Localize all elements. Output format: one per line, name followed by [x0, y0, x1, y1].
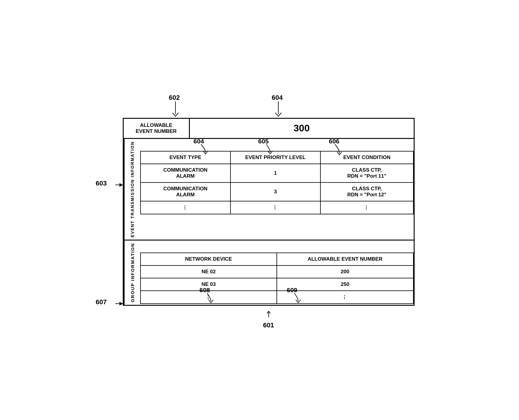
cell-condition-1: CLASS CTP, RDN = "Port 11"	[320, 164, 413, 182]
cell-allowable-num-dots: ⋮	[277, 291, 413, 304]
ref-601-area: 601	[123, 311, 415, 329]
cell-priority-2: 3	[230, 182, 320, 201]
group-information-section: GROUP INFORMATION NETWORK DEVICE ALLOWAB…	[124, 241, 414, 305]
ref-601-text: 601	[260, 321, 278, 329]
cell-event-type-dots: ⋮	[141, 201, 230, 214]
cell-event-type-1: COMMUNICATION ALARM	[141, 164, 230, 182]
cell-network-device-dots: ⋮	[141, 291, 277, 304]
diagram-wrapper: 602 604 603 604 605 606 607 608 609	[94, 91, 425, 329]
table-row: COMMUNICATION ALARM 3 CLASS CTP, RDN = "…	[141, 182, 413, 201]
event-transmission-table: EVENT TYPE EVENT PRIORITY LEVEL EVENT CO…	[140, 151, 414, 214]
group-info-header-row: NETWORK DEVICE ALLOWABLE EVENT NUMBER	[141, 253, 413, 265]
group-information-inner: NETWORK DEVICE ALLOWABLE EVENT NUMBER NE…	[140, 241, 414, 305]
table-row: ⋮ ⋮	[141, 291, 413, 304]
col-allowable-event-number: ALLOWABLE EVENT NUMBER	[277, 253, 413, 265]
subref-spacer-1	[140, 139, 414, 151]
col-event-type: EVENT TYPE	[141, 151, 230, 164]
table-row: ⋮ ⋮ ⋮	[141, 201, 413, 214]
cell-priority-dots: ⋮	[230, 201, 320, 214]
allowable-event-number-label: ALLOWABLE EVENT NUMBER	[124, 119, 190, 138]
col-network-device: NETWORK DEVICE	[141, 253, 277, 265]
ref-602-label: 602	[169, 94, 180, 101]
ref-601-arrow-svg	[260, 311, 278, 320]
event-transmission-label: EVENT TRANSMISSION INFORMATION	[124, 139, 140, 240]
main-table: ALLOWABLE EVENT NUMBER 300 EVENT TRANSMI…	[123, 118, 415, 306]
cell-ne02: NE 02	[141, 265, 277, 278]
cell-ne02-count: 200	[277, 265, 413, 278]
ref-607-label: 607	[96, 298, 107, 306]
cell-priority-1: 1	[230, 164, 320, 182]
event-transmission-inner: EVENT TYPE EVENT PRIORITY LEVEL EVENT CO…	[140, 139, 414, 240]
subref-spacer-2	[140, 241, 414, 253]
col-event-priority: EVENT PRIORITY LEVEL	[230, 151, 320, 164]
table-row: NE 03 250	[141, 278, 413, 291]
header-row: ALLOWABLE EVENT NUMBER 300	[124, 119, 414, 139]
event-transmission-header-row: EVENT TYPE EVENT PRIORITY LEVEL EVENT CO…	[141, 151, 413, 164]
table-row: COMMUNICATION ALARM 1 CLASS CTP, RDN = "…	[141, 164, 413, 182]
cell-condition-2: CLASS CTP, RDN = "Port 12"	[320, 182, 413, 201]
ref-604-top-label: 604	[272, 94, 283, 101]
allowable-event-number-value: 300	[190, 119, 414, 138]
cell-ne03: NE 03	[141, 278, 277, 291]
col-event-condition: EVENT CONDITION	[320, 151, 413, 164]
ref-601-block: 601	[260, 311, 278, 329]
table-row: NE 02 200	[141, 265, 413, 278]
cell-condition-dots: ⋮	[320, 201, 413, 214]
cell-event-type-2: COMMUNICATION ALARM	[141, 182, 230, 201]
group-information-label: GROUP INFORMATION	[124, 241, 140, 305]
cell-ne03-count: 250	[277, 278, 413, 291]
event-transmission-section: EVENT TRANSMISSION INFORMATION EVENT TYP…	[124, 139, 414, 241]
group-information-table: NETWORK DEVICE ALLOWABLE EVENT NUMBER NE…	[140, 253, 414, 304]
ref-603-label: 603	[96, 179, 107, 187]
